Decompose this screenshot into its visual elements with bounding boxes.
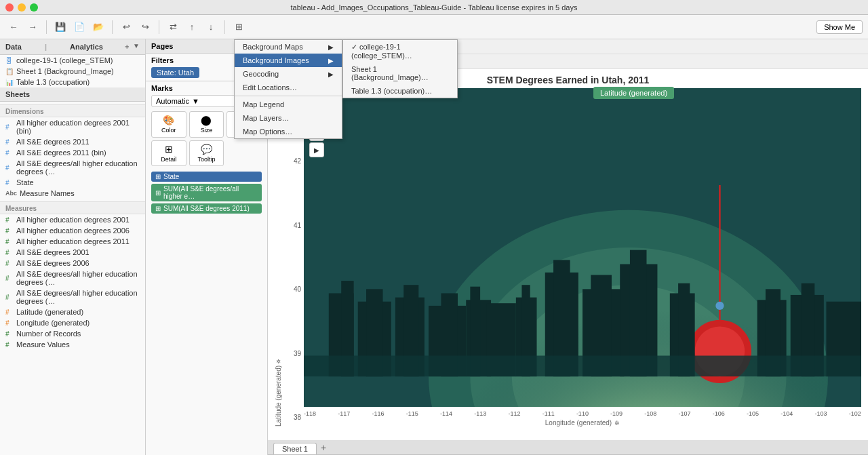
sort-desc-button[interactable]: ↓	[203, 19, 219, 35]
map-dropdown-menu: Background Maps ▶ Background Images ▶ Ge…	[234, 39, 342, 139]
dim-item-3[interactable]: # All S&E degrees/all higher education d…	[0, 158, 145, 177]
manage-icon[interactable]: ▼	[133, 42, 140, 52]
shelf-sum-se-2[interactable]: ⊞ SUM(All S&E degrees 2011)	[151, 203, 262, 214]
open-button[interactable]: 📂	[90, 19, 106, 35]
meas-item-3[interactable]: # All S&E degrees 2001	[0, 247, 145, 258]
swap-button[interactable]: ⇄	[165, 19, 181, 35]
detail-icon: ⊞	[165, 144, 173, 155]
redo-button[interactable]: ↪	[137, 19, 153, 35]
map-svg	[304, 88, 861, 407]
meas-item-1[interactable]: # All higher education degrees 2006	[0, 225, 145, 236]
svg-point-27	[715, 302, 724, 310]
bg-submenu-item-1[interactable]: Sheet 1 (Background_Image)…	[343, 62, 457, 84]
map-visualization[interactable]: + − ✥ ▶	[304, 88, 861, 407]
dim-measure-names[interactable]: Abc Measure Names	[0, 188, 145, 199]
menu-item-geocoding[interactable]: Geocoding ▶	[235, 67, 342, 81]
toolbar-separator-4	[224, 20, 225, 34]
minimize-button[interactable]	[18, 3, 26, 12]
active-arrow-icon: ▶	[328, 57, 334, 64]
fit-button[interactable]: ⊞	[231, 19, 247, 35]
toolbar: ← → 💾 📄 📂 ↩ ↪ ⇄ ↑ ↓ ⊞ Show Me	[0, 15, 868, 39]
db-icon: 🗄	[5, 57, 14, 64]
data-tab[interactable]: Data	[5, 43, 22, 51]
bg-submenu-item-0[interactable]: college-19-1 (college_STEM)…	[343, 40, 457, 62]
marks-type-value: Automatic	[156, 97, 189, 105]
back-button[interactable]: ←	[5, 19, 22, 35]
window-controls[interactable]	[5, 3, 38, 12]
dim-item-0[interactable]: # All higher education degrees 2001 (bin…	[0, 117, 145, 136]
menu-separator	[235, 96, 342, 96]
meas-item-2[interactable]: # All higher education degrees 2011	[0, 236, 145, 247]
menu-item-edit-locations[interactable]: Edit Locations…	[235, 81, 342, 94]
meas-item-5[interactable]: # All S&E degrees/all higher education d…	[0, 269, 145, 288]
svg-rect-35	[304, 355, 861, 376]
analytics-tab[interactable]: Analytics	[70, 43, 103, 51]
shelf-sum-se-1[interactable]: ⊞ SUM(All S&E degrees/all higher e…	[151, 184, 262, 201]
chart-plot-area: + − ✥ ▶	[304, 88, 861, 427]
left-sidebar: Data | Analytics ＋ ▼ 🗄 college-19-1 (col…	[0, 39, 146, 455]
sort-asc-button[interactable]: ↑	[184, 19, 200, 35]
background-images-submenu: college-19-1 (college_STEM)… Sheet 1 (Ba…	[342, 39, 458, 98]
size-button[interactable]: ⬤ Size	[189, 111, 224, 138]
meas-num-records[interactable]: # Number of Records	[0, 328, 145, 339]
meas-latitude[interactable]: # Latitude (generated)	[0, 306, 145, 317]
add-datasource-icon[interactable]: ＋	[123, 42, 130, 52]
chart-area: Latitude (generated) ✲ 43 42 41 40 39 38…	[275, 88, 861, 427]
color-icon: 🎨	[163, 115, 174, 125]
meas-values[interactable]: # Measure Values	[0, 339, 145, 350]
x-axis-ticks: -118 -117 -116 -115 -114 -113 -112 -111 …	[304, 408, 861, 419]
menu-item-background-images[interactable]: Background Images ▶	[235, 54, 342, 67]
tooltip-icon: 💬	[201, 144, 212, 155]
show-me-button[interactable]: Show Me	[816, 20, 863, 34]
new-sheet-button[interactable]: +	[318, 442, 329, 453]
sheet1-tab[interactable]: Sheet 1	[273, 443, 317, 454]
maximize-button[interactable]	[30, 3, 38, 12]
datasource-table[interactable]: 📊 Table 1.3 (occupation)	[0, 77, 145, 87]
menu-item-map-options[interactable]: Map Options…	[235, 125, 342, 138]
menu-item-background-maps[interactable]: Background Maps ▶	[235, 40, 342, 54]
dim-item-2[interactable]: # All S&E degrees 2011 (bin)	[0, 147, 145, 158]
size-icon: ⬤	[201, 115, 212, 125]
marks-dropdown-arrow: ▼	[192, 97, 199, 105]
titlebar: tableau - Add_Images_Occupations_Tableau…	[0, 0, 868, 15]
color-button[interactable]: 🎨 Color	[151, 111, 186, 138]
dim-state[interactable]: # State	[0, 177, 145, 188]
navigate-button[interactable]: ▶	[309, 142, 324, 157]
y-axis-generated-icon: ✲	[275, 358, 281, 364]
dim-item-1[interactable]: # All S&E degrees 2011	[0, 136, 145, 147]
arrow-icon: ▶	[328, 43, 334, 51]
menu-item-map-layers[interactable]: Map Layers…	[235, 111, 342, 125]
datasource-sheet[interactable]: 📋 Sheet 1 (Background_Image)	[0, 66, 145, 77]
shelf-icon-2: ⊞	[155, 205, 161, 212]
dimensions-header: Dimensions	[0, 104, 145, 117]
new-button[interactable]: 📄	[71, 19, 87, 35]
bg-submenu-item-2[interactable]: Table 1.3 (occupation)…	[343, 84, 457, 98]
save-button[interactable]: 💾	[52, 19, 68, 35]
meas-longitude[interactable]: # Longitude (generated)	[0, 317, 145, 328]
datasource-college[interactable]: 🗄 college-19-1 (college_STEM)	[0, 55, 145, 66]
meas-item-6[interactable]: # All S&E degrees/all higher education d…	[0, 288, 145, 306]
toolbar-separator-1	[46, 20, 47, 34]
content-area: Columns Longitude (generated) Rows Latit…	[268, 39, 868, 455]
x-axis-label: Longitude (generated) ✲	[304, 419, 861, 427]
forward-button[interactable]: →	[24, 19, 41, 35]
undo-button[interactable]: ↩	[118, 19, 134, 35]
menu-item-map-legend[interactable]: Map Legend	[235, 98, 342, 111]
shelf-state[interactable]: ⊞ State	[151, 172, 262, 182]
shelf-state-icon: ⊞	[155, 173, 161, 180]
main-layout: Data | Analytics ＋ ▼ 🗄 college-19-1 (col…	[0, 39, 868, 455]
tooltip-button[interactable]: 💬 Tooltip	[189, 140, 224, 166]
window-title: tableau - Add_Images_Occupations_Tableau…	[291, 3, 578, 12]
tab-bar: Sheet 1 +	[268, 440, 868, 455]
table-icon: 📊	[5, 79, 14, 86]
x-axis-generated-icon: ✲	[614, 420, 620, 427]
meas-item-4[interactable]: # All S&E degrees 2006	[0, 258, 145, 269]
state-filter-badge[interactable]: State: Utah	[151, 67, 199, 78]
geocoding-arrow-icon: ▶	[328, 71, 334, 78]
latitude-badge: Latitude (generated)	[593, 87, 674, 99]
detail-button[interactable]: ⊞ Detail	[151, 140, 186, 166]
sheet-icon: 📋	[5, 68, 14, 75]
data-analytics-header: Data | Analytics ＋ ▼	[0, 39, 145, 55]
meas-item-0[interactable]: # All higher education degrees 2001	[0, 214, 145, 225]
close-button[interactable]	[5, 3, 14, 12]
